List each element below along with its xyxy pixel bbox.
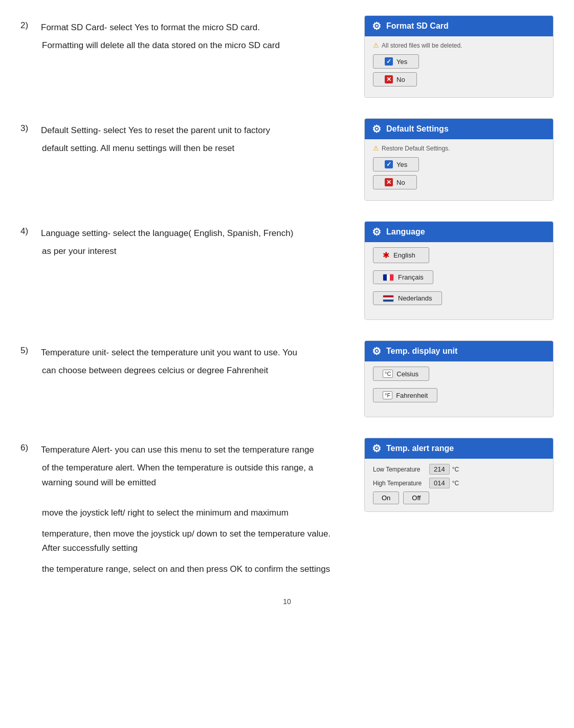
section-format-sd: 2) Format SD Card- select Yes to format … xyxy=(20,15,554,98)
french-flag-icon xyxy=(383,274,394,281)
language-english-row: ✱ English xyxy=(373,247,545,267)
default-settings-warning-text: Restore Default Settings. xyxy=(382,145,450,152)
warning-icon: ⚠ xyxy=(373,41,379,49)
gear-icon: ⚙ xyxy=(372,226,381,238)
temp-alert-card: ⚙ Temp. alert range Low Temperature 214 … xyxy=(364,438,554,512)
default-settings-no-row: ✕ No xyxy=(373,175,545,189)
section-number: 3) xyxy=(20,123,36,138)
format-sd-ui-card: ⚙ Format SD Card ⚠ All stored files will… xyxy=(364,15,554,98)
temp-unit-ui-card: ⚙ Temp. display unit °C Celsius °F Fahre… xyxy=(364,340,554,417)
format-sd-card: ⚙ Format SD Card ⚠ All stored files will… xyxy=(364,15,554,98)
gear-icon: ⚙ xyxy=(372,345,381,357)
language-french-button[interactable]: Français xyxy=(373,270,433,284)
section-language: 4) Language setting- select the language… xyxy=(20,221,554,320)
format-sd-yes-row: ✓ Yes xyxy=(373,54,545,69)
section-number-row: 2) Format SD Card- select Yes to format … xyxy=(20,20,349,35)
high-temp-value: 014 xyxy=(429,478,450,488)
default-settings-yes-label: Yes xyxy=(396,161,407,168)
alert-on-button[interactable]: On xyxy=(373,491,399,504)
gear-icon: ⚙ xyxy=(372,20,381,32)
default-settings-card-header: ⚙ Default Settings xyxy=(365,119,553,139)
temp-unit-card-header: ⚙ Temp. display unit xyxy=(365,341,553,361)
temp-fahrenheit-label: Fahrenheit xyxy=(396,392,428,399)
low-temp-label: Low Temperature xyxy=(373,466,427,473)
section-extra-text1: move the joystick left/ right to select … xyxy=(20,506,349,521)
language-english-label: English xyxy=(393,251,415,259)
high-temp-row: High Temperature 014 °C xyxy=(373,478,545,488)
temp-alert-card-header: ⚙ Temp. alert range xyxy=(365,438,553,459)
temp-unit-card-body: °C Celsius °F Fahrenheit xyxy=(365,361,553,417)
section-text-line2: can choose between degrees celcius or de… xyxy=(20,363,349,378)
default-settings-title: Default Settings xyxy=(386,124,449,134)
temp-unit-card: ⚙ Temp. display unit °C Celsius °F Fahre… xyxy=(364,340,554,417)
section-text-line1: Format SD Card- select Yes to format the… xyxy=(41,20,260,35)
temp-celsius-row: °C Celsius xyxy=(373,367,545,384)
section-text-line2: as per your interest xyxy=(20,244,349,259)
language-french-row: Français xyxy=(373,270,545,288)
section-number: 4) xyxy=(20,226,36,241)
celsius-badge: °C xyxy=(383,370,393,378)
gear-icon: ⚙ xyxy=(372,442,381,455)
section-extra-text3: the temperature range, select on and the… xyxy=(20,562,349,577)
language-dutch-row: Nederlands xyxy=(373,291,545,309)
low-temp-row: Low Temperature 214 °C xyxy=(373,464,545,475)
format-sd-yes-button[interactable]: ✓ Yes xyxy=(373,54,419,69)
language-french-label: Français xyxy=(398,273,424,281)
section-format-sd-text: 2) Format SD Card- select Yes to format … xyxy=(20,15,364,53)
format-sd-card-title: Format SD Card xyxy=(386,22,449,31)
section-text-line1: Default Setting- select Yes to reset the… xyxy=(41,123,270,138)
no-x-icon: ✕ xyxy=(385,178,393,186)
default-settings-no-button[interactable]: ✕ No xyxy=(373,175,417,189)
format-sd-yes-label: Yes xyxy=(396,58,407,66)
default-settings-ui-card: ⚙ Default Settings ⚠ Restore Default Set… xyxy=(364,118,554,201)
section-temp-alert: 6) Temperature Alert- you can use this m… xyxy=(20,438,554,577)
gear-icon: ⚙ xyxy=(372,123,381,135)
section-number-row: 5) Temperature unit- select the temperat… xyxy=(20,346,349,360)
default-settings-yes-button[interactable]: ✓ Yes xyxy=(373,157,419,172)
format-sd-warning: ⚠ All stored files will be deleted. xyxy=(373,41,545,49)
language-card-title: Language xyxy=(386,227,425,237)
fahrenheit-badge: °F xyxy=(383,391,392,399)
section-number: 2) xyxy=(20,20,36,35)
dutch-flag-icon xyxy=(383,295,394,302)
alert-off-button[interactable]: Off xyxy=(403,491,429,504)
language-dutch-button[interactable]: Nederlands xyxy=(373,291,442,305)
default-settings-yes-row: ✓ Yes xyxy=(373,157,545,172)
section-text-line2: Formatting will delete all the data stor… xyxy=(20,38,349,53)
section-text-line1: Language setting- select the language( E… xyxy=(41,226,293,241)
format-sd-warning-text: All stored files will be deleted. xyxy=(382,42,462,49)
on-off-row: On Off xyxy=(373,491,545,504)
high-temp-label: High Temperature xyxy=(373,480,427,487)
format-sd-no-label: No xyxy=(396,76,405,83)
section-text-line2: of the temperature alert. When the tempe… xyxy=(20,461,349,476)
section-temp-alert-text: 6) Temperature Alert- you can use this m… xyxy=(20,438,364,577)
temp-alert-ui-card: ⚙ Temp. alert range Low Temperature 214 … xyxy=(364,438,554,512)
default-settings-warning: ⚠ Restore Default Settings. xyxy=(373,144,545,152)
default-settings-card: ⚙ Default Settings ⚠ Restore Default Set… xyxy=(364,118,554,201)
language-english-button[interactable]: ✱ English xyxy=(373,247,429,263)
section-number-row: 6) Temperature Alert- you can use this m… xyxy=(20,443,349,458)
temp-celsius-button[interactable]: °C Celsius xyxy=(373,367,429,381)
section-default-settings: 3) Default Setting- select Yes to reset … xyxy=(20,118,554,201)
section-language-text: 4) Language setting- select the language… xyxy=(20,221,364,259)
section-default-settings-text: 3) Default Setting- select Yes to reset … xyxy=(20,118,364,156)
section-text-line1: Temperature Alert- you can use this menu… xyxy=(41,443,314,458)
english-flag-icon: ✱ xyxy=(383,250,389,260)
format-sd-card-body: ⚠ All stored files will be deleted. ✓ Ye… xyxy=(365,36,553,97)
language-ui-card: ⚙ Language ✱ English Français xyxy=(364,221,554,320)
low-temp-unit: °C xyxy=(452,466,459,473)
section-number-row: 3) Default Setting- select Yes to reset … xyxy=(20,123,349,138)
high-temp-unit: °C xyxy=(452,480,459,487)
section-number: 6) xyxy=(20,443,36,458)
temp-fahrenheit-row: °F Fahrenheit xyxy=(373,388,545,406)
language-card-header: ⚙ Language xyxy=(365,222,553,242)
page-number: 10 xyxy=(20,597,554,606)
default-settings-no-label: No xyxy=(396,179,405,186)
temp-fahrenheit-button[interactable]: °F Fahrenheit xyxy=(373,388,437,402)
language-dutch-label: Nederlands xyxy=(398,294,432,302)
temp-alert-card-body: Low Temperature 214 °C High Temperature … xyxy=(365,459,553,511)
section-temp-unit: 5) Temperature unit- select the temperat… xyxy=(20,340,554,417)
format-sd-no-button[interactable]: ✕ No xyxy=(373,72,417,87)
language-card-body: ✱ English Français Nederlands xyxy=(365,242,553,319)
default-settings-card-body: ⚠ Restore Default Settings. ✓ Yes ✕ No xyxy=(365,139,553,200)
